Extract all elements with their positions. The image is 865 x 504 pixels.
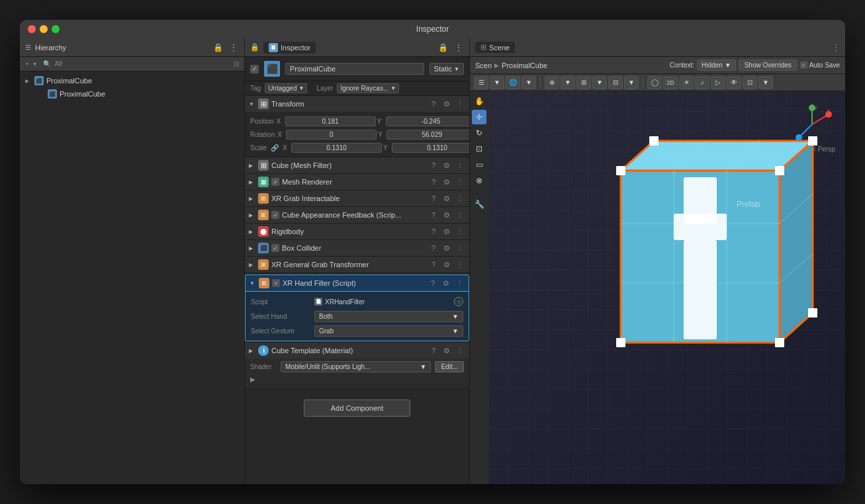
anim-btn[interactable]: ▷: [711, 76, 725, 89]
scale-x-input[interactable]: [291, 143, 382, 153]
mesh-renderer-settings-btn[interactable]: ⚙: [441, 178, 452, 187]
scale-link-icon[interactable]: 🔗: [271, 144, 279, 151]
hierarchy-lock-icon[interactable]: 🔒: [212, 42, 224, 54]
globe-btn[interactable]: 🌐: [506, 76, 520, 89]
shader-edit-btn[interactable]: Edit...: [435, 361, 464, 372]
material-help-btn[interactable]: ?: [428, 347, 439, 355]
scene-tab[interactable]: ⊞ Scene: [475, 42, 515, 53]
mesh-filter-header[interactable]: ▶ ⊞ Cube (Mesh Filter) ? ⚙ ⋮: [245, 157, 469, 173]
transform-help-btn[interactable]: ?: [428, 100, 439, 108]
xr-hand-filter-help-btn[interactable]: ?: [428, 279, 438, 287]
minimize-button[interactable]: [40, 25, 48, 33]
cube-feedback-checkbox[interactable]: ✓: [271, 211, 279, 219]
select-hand-dropdown[interactable]: Both ▼: [314, 311, 463, 322]
shaded-btn[interactable]: ☰: [474, 76, 488, 89]
cube-feedback-header[interactable]: ▶ ⊞ ✓ Cube Appearance Feedback (Scrip...…: [245, 207, 469, 223]
maximize-button[interactable]: [52, 25, 60, 33]
xr-general-grab-more-btn[interactable]: ⋮: [455, 261, 465, 269]
object-name-field[interactable]: [285, 63, 424, 75]
transform-header[interactable]: ▼ ⊞ Transform ? ⚙ ⋮: [245, 96, 469, 112]
xr-hand-filter-more-btn[interactable]: ⋮: [454, 279, 465, 288]
xr-hand-filter-checkbox[interactable]: ✓: [272, 279, 280, 287]
audio-btn[interactable]: ♪: [695, 76, 709, 89]
box-collider-more-btn[interactable]: ⋮: [455, 244, 465, 253]
box-collider-help-btn[interactable]: ?: [428, 244, 439, 252]
globe-dropdown-btn[interactable]: ▼: [522, 76, 536, 89]
shaded-dropdown-btn[interactable]: ▼: [490, 76, 504, 89]
auto-save-checkbox[interactable]: ✓: [800, 62, 807, 69]
xr-grab-help-btn[interactable]: ?: [428, 194, 439, 202]
transform-tool-btn[interactable]: ⊗: [472, 173, 486, 188]
xr-grab-settings-btn[interactable]: ⚙: [441, 194, 452, 203]
material-settings-btn[interactable]: ⚙: [441, 347, 452, 355]
rotation-x-input[interactable]: [286, 130, 377, 140]
overlay-dropdown-btn[interactable]: ▼: [758, 76, 773, 89]
box-collider-settings-btn[interactable]: ⚙: [441, 244, 452, 253]
hierarchy-expand-icon[interactable]: ⊡: [234, 60, 239, 67]
position-x-input[interactable]: [285, 116, 376, 126]
mesh-renderer-checkbox[interactable]: ✓: [271, 178, 279, 186]
overlay-toggle-btn[interactable]: ⊡: [743, 76, 757, 89]
xr-general-grab-header[interactable]: ▶ ⊞ XR General Grab Transformer ? ⚙ ⋮: [245, 257, 469, 273]
rect-tool-btn[interactable]: ▭: [472, 157, 486, 172]
xr-hand-filter-header[interactable]: ▼ ⊞ ✓ XR Hand Filter (Script) ? ⚙ ⋮: [246, 275, 469, 292]
xr-general-grab-help-btn[interactable]: ?: [428, 261, 439, 269]
mesh-renderer-help-btn[interactable]: ?: [428, 178, 439, 186]
layer-select[interactable]: Ignore Raycas... ▼: [337, 83, 399, 93]
camera-btn[interactable]: ◯: [647, 76, 662, 89]
mesh-filter-help-btn[interactable]: ?: [428, 161, 439, 169]
box-collider-checkbox[interactable]: ✓: [271, 244, 279, 252]
mesh-filter-more-btn[interactable]: ⋮: [455, 161, 465, 170]
material-header[interactable]: ▶ ℹ Cube Template (Material) ? ⚙ ⋮: [245, 343, 469, 358]
hierarchy-item-proximalcube-root[interactable]: ▶ ⬛ ProximalCube: [20, 74, 244, 87]
inspector-lock-icon[interactable]: 🔒: [250, 43, 259, 52]
hand-tool-btn[interactable]: ✋: [472, 94, 486, 108]
mesh-filter-settings-btn[interactable]: ⚙: [441, 161, 452, 170]
mesh-renderer-header[interactable]: ▶ ▦ ✓ Mesh Renderer ? ⚙ ⋮: [245, 174, 469, 190]
light-btn[interactable]: ☀: [679, 76, 694, 89]
rigidbody-more-btn[interactable]: ⋮: [455, 228, 465, 236]
add-component-button[interactable]: Add Component: [304, 399, 411, 417]
scale-y-input[interactable]: [392, 143, 470, 153]
xr-hand-filter-settings-btn[interactable]: ⚙: [441, 279, 451, 288]
xr-grab-header[interactable]: ▶ ⊞ XR Grab Interactable ? ⚙ ⋮: [245, 190, 469, 206]
cube-feedback-settings-btn[interactable]: ⚙: [441, 211, 452, 220]
mesh-renderer-more-btn[interactable]: ⋮: [455, 178, 465, 187]
rigidbody-header[interactable]: ▶ ⬤ Rigidbody ? ⚙ ⋮: [245, 224, 469, 239]
cube-feedback-more-btn[interactable]: ⋮: [455, 211, 465, 220]
gizmos-btn[interactable]: 👁: [727, 76, 741, 89]
move-transform-btn[interactable]: ⊕: [545, 76, 559, 89]
select-gesture-dropdown[interactable]: Grab ▼: [314, 325, 463, 337]
cube-feedback-help-btn[interactable]: ?: [428, 211, 439, 219]
snap-btn[interactable]: ⊞: [576, 76, 591, 89]
ruler-dropdown-btn[interactable]: ▼: [624, 76, 639, 89]
material-expand-arrow[interactable]: ▶: [245, 375, 469, 388]
move-tool-btn[interactable]: ✛: [472, 110, 486, 124]
rotate-tool-btn[interactable]: ↻: [472, 126, 486, 140]
move-dropdown-btn[interactable]: ▼: [561, 76, 575, 89]
inspector-tab[interactable]: 📋 Inspector: [263, 42, 316, 54]
rotation-y-input[interactable]: [387, 130, 470, 140]
transform-more-btn[interactable]: ⋮: [455, 100, 465, 108]
ruler-btn[interactable]: ⊟: [608, 76, 623, 89]
scene-more-btn[interactable]: ⋮: [832, 43, 840, 52]
show-overrides-btn[interactable]: Show Overrides: [739, 60, 797, 71]
position-y-input[interactable]: [386, 116, 470, 126]
rigidbody-help-btn[interactable]: ?: [428, 228, 439, 235]
xr-grab-more-btn[interactable]: ⋮: [455, 194, 465, 203]
2d-btn[interactable]: 2D: [663, 76, 678, 89]
scale-tool-btn[interactable]: ⊡: [472, 142, 486, 156]
tag-select[interactable]: Untagged ▼: [265, 83, 307, 93]
box-collider-header[interactable]: ▶ ⬛ ✓ Box Collider ? ⚙ ⋮: [245, 240, 469, 256]
inspector-panel[interactable]: 🔒 📋 Inspector 🔒 ⋮ ✓ ⬛ Static ▼: [245, 38, 470, 484]
inspector-more-icon[interactable]: ⋮: [453, 42, 464, 54]
material-more-btn[interactable]: ⋮: [455, 347, 465, 355]
transform-settings-btn[interactable]: ⚙: [441, 100, 452, 108]
script-circle-btn[interactable]: ◎: [454, 297, 463, 306]
static-button[interactable]: Static ▼: [430, 63, 464, 75]
shader-select[interactable]: Mobile/Unlit (Supports Ligh... ▼: [281, 361, 431, 372]
context-dropdown[interactable]: Hidden ▼: [697, 60, 736, 71]
object-active-checkbox[interactable]: ✓: [250, 65, 259, 73]
inspector-lock2-icon[interactable]: 🔒: [437, 42, 449, 54]
hierarchy-item-proximalcube-child[interactable]: ⬛ ProximalCube: [20, 87, 244, 101]
